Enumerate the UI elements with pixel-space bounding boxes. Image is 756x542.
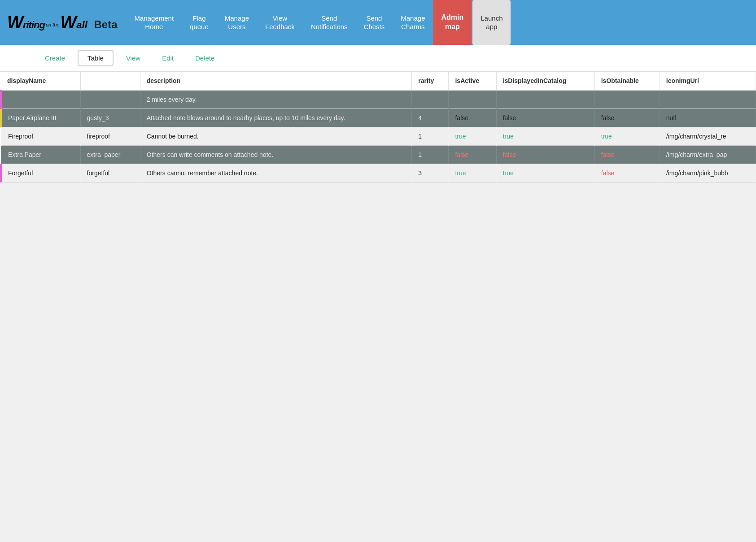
subnav-create[interactable]: Create [36,51,74,65]
cell-description: Cannot be burned. [140,127,412,146]
cell-displayname: Extra Paper [1,146,80,164]
table-container: displayName description rarity isActive … [0,72,756,182]
cell-col2: forgetful [80,164,140,182]
logo-wall: Wall [60,13,87,32]
subnav: Create Table View Edit Delete [0,45,756,72]
cell-isobtainable: false [594,164,660,182]
table-row: Fireproof fireproof Cannot be burned. 1 … [1,127,756,146]
cell-rarity: 3 [412,164,449,182]
cell-col2: gusty_3 [80,109,140,127]
nav-view-feedback[interactable]: ViewFeedback [257,0,303,45]
nav-manage-charms[interactable]: ManageCharms [393,0,433,45]
cell-iconimgurl: /img/charm/extra_pap [660,146,756,164]
cell-isactive: true [449,164,496,182]
logo: Writing on the Wall Beta [7,13,118,32]
nav-send-chests[interactable]: SendChests [356,0,393,45]
table-header-row: displayName description rarity isActive … [1,72,756,90]
col-isactive: isActive [449,72,496,90]
cell-rarity: 4 [412,109,449,127]
cell-isobtainable: false [594,146,660,164]
cell-displayname [1,90,80,109]
cell-iconimgurl: null [660,109,756,127]
logo-beta: Beta [91,18,118,31]
cell-displayname: Fireproof [1,127,80,146]
col-isobtainable: isObtainable [594,72,660,90]
cell-isactive: false [449,146,496,164]
table-row: Paper Airplane III gusty_3 Attached note… [1,109,756,127]
nav-management-home[interactable]: ManagementHome [127,0,182,45]
col-description: description [140,72,412,90]
cell-isobtainable: true [594,127,660,146]
cell-isdisplayedincatalog: true [496,127,594,146]
subnav-edit[interactable]: Edit [153,51,183,65]
cell-col2: extra_paper [80,146,140,164]
cell-col2: fireproof [80,127,140,146]
cell-description: Attached note blows around to nearby pla… [140,109,412,127]
col-empty [80,72,140,90]
col-displayname: displayName [1,72,80,90]
cell-isdisplayedincatalog: false [496,146,594,164]
charms-table: displayName description rarity isActive … [0,72,756,182]
cell-isobtainable: false [594,109,660,127]
nav-admin-map[interactable]: Adminmap [433,0,472,45]
cell-isdisplayedincatalog: true [496,164,594,182]
cell-iconimgurl: /img/charm/crystal_re [660,127,756,146]
cell-description: 2 miles every day. [140,90,412,109]
table-row: Extra Paper extra_paper Others can write… [1,146,756,164]
cell-isactive [449,90,496,109]
subnav-table[interactable]: Table [78,50,114,66]
col-isdisplayedincatalog: isDisplayedInCatalog [496,72,594,90]
cell-rarity: 1 [412,146,449,164]
cell-isactive: false [449,109,496,127]
subnav-delete[interactable]: Delete [186,51,223,65]
cell-isdisplayedincatalog: false [496,109,594,127]
cell-rarity [412,90,449,109]
logo-writing: Writing [7,13,45,32]
cell-displayname: Forgetful [1,164,80,182]
cell-isactive: true [449,127,496,146]
logo-on-the: on the [46,22,60,27]
cell-description: Others can write comments on attached no… [140,146,412,164]
main-nav: ManagementHome Flagqueue ManageUsers Vie… [127,0,749,45]
table-row: Forgetful forgetful Others cannot rememb… [1,164,756,182]
col-iconimgurl: iconImgUrl [660,72,756,90]
cell-col2 [80,90,140,109]
table-row: 2 miles every day. [1,90,756,109]
nav-flag-queue[interactable]: Flagqueue [182,0,217,45]
header: Writing on the Wall Beta ManagementHome … [0,0,756,45]
cell-rarity: 1 [412,127,449,146]
col-rarity: rarity [412,72,449,90]
cell-isdisplayedincatalog [496,90,594,109]
cell-displayname: Paper Airplane III [1,109,80,127]
nav-manage-users[interactable]: ManageUsers [217,0,257,45]
cell-iconimgurl: /img/charm/pink_bubb [660,164,756,182]
nav-launch-app[interactable]: Launchapp [472,0,511,45]
cell-iconimgurl [660,90,756,109]
nav-send-notifications[interactable]: SendNotifications [303,0,356,45]
subnav-view[interactable]: View [117,51,149,65]
cell-description: Others cannot remember attached note. [140,164,412,182]
cell-isobtainable [594,90,660,109]
